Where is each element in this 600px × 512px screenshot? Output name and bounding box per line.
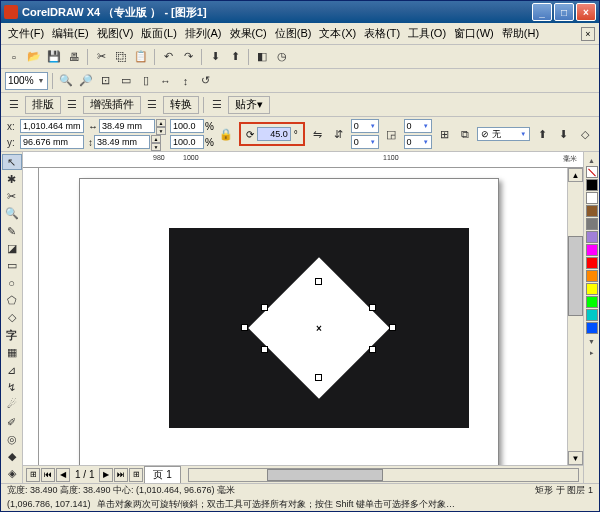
to-back-icon[interactable]: ⬇ xyxy=(555,125,572,143)
cut-icon[interactable]: ✂ xyxy=(92,48,110,66)
horizontal-ruler[interactable]: 980 1000 1100 毫米 xyxy=(23,152,583,168)
color-swatch[interactable] xyxy=(586,270,598,282)
import-icon[interactable]: ⬇ xyxy=(206,48,224,66)
minimize-button[interactable]: _ xyxy=(532,3,552,21)
palette-up-button[interactable]: ▲ xyxy=(586,155,598,165)
outline-tool[interactable]: ◎ xyxy=(2,431,22,447)
no-fill-swatch[interactable] xyxy=(586,166,598,178)
ellipse-tool[interactable]: ○ xyxy=(2,275,22,291)
zoom-width-icon[interactable]: ↔ xyxy=(157,72,175,90)
export-icon[interactable]: ⬆ xyxy=(226,48,244,66)
color-swatch[interactable] xyxy=(586,244,598,256)
dockers-icon[interactable]: ☰ xyxy=(5,96,23,114)
selection-handle[interactable] xyxy=(389,324,396,331)
save-icon[interactable]: 💾 xyxy=(45,48,63,66)
height-spinner[interactable]: ▲▼ xyxy=(151,135,161,149)
next-page-button[interactable]: ▶ xyxy=(99,468,113,482)
basic-shapes-tool[interactable]: ◇ xyxy=(2,310,22,326)
menu-window[interactable]: 窗口(W) xyxy=(450,24,498,43)
lock-ratio-icon[interactable]: 🔒 xyxy=(218,125,235,143)
canvas[interactable]: × xyxy=(39,168,567,465)
black-rectangle-object[interactable]: × xyxy=(169,228,469,428)
vscroll-thumb[interactable] xyxy=(568,236,583,317)
scale-x-input[interactable] xyxy=(170,119,204,133)
corner-icon[interactable]: ◲ xyxy=(383,125,400,143)
dockers-icon-2[interactable]: ☰ xyxy=(63,96,81,114)
text-tool[interactable]: 字 xyxy=(2,327,22,344)
selection-handle[interactable] xyxy=(315,278,322,285)
zoom-tool[interactable]: 🔍 xyxy=(2,206,22,222)
skew-y-input[interactable]: 0▼ xyxy=(351,135,379,149)
scale-y-input[interactable] xyxy=(170,135,204,149)
palette-down-button[interactable]: ▼ xyxy=(586,336,598,346)
to-front-icon[interactable]: ⬆ xyxy=(534,125,551,143)
add-page-after-button[interactable]: ⊞ xyxy=(129,468,143,482)
snap-button[interactable]: 贴齐 ▾ xyxy=(228,96,270,114)
color-swatch[interactable] xyxy=(586,296,598,308)
color-swatch[interactable] xyxy=(586,257,598,269)
round-corners-together-icon[interactable]: ⊞ xyxy=(436,125,453,143)
zoom-page-icon[interactable]: ▯ xyxy=(137,72,155,90)
menu-edit[interactable]: 编辑(E) xyxy=(48,24,93,43)
welcome-icon[interactable]: ◷ xyxy=(273,48,291,66)
y-position-input[interactable] xyxy=(20,135,84,149)
plugins-button[interactable]: 增强插件 xyxy=(83,96,141,114)
height-input[interactable] xyxy=(94,135,150,149)
app-launcher-icon[interactable]: ◧ xyxy=(253,48,271,66)
selection-handle[interactable] xyxy=(261,346,268,353)
selection-handle[interactable] xyxy=(241,324,248,331)
menu-text[interactable]: 文本(X) xyxy=(315,24,360,43)
zoom-height-icon[interactable]: ↕ xyxy=(177,72,195,90)
selection-handle[interactable] xyxy=(369,346,376,353)
color-swatch[interactable] xyxy=(586,179,598,191)
wrap-text-icon[interactable]: ⧉ xyxy=(457,125,474,143)
color-swatch[interactable] xyxy=(586,231,598,243)
color-swatch[interactable] xyxy=(586,192,598,204)
color-swatch[interactable] xyxy=(586,322,598,334)
menu-effects[interactable]: 效果(C) xyxy=(226,24,271,43)
zoom-selection-icon[interactable]: ⊡ xyxy=(97,72,115,90)
transform-button[interactable]: 转换 xyxy=(163,96,199,114)
menu-file[interactable]: 文件(F) xyxy=(4,24,48,43)
selection-handle[interactable] xyxy=(261,304,268,311)
dockers-icon-4[interactable]: ☰ xyxy=(208,96,226,114)
vertical-scrollbar[interactable]: ▲ ▼ xyxy=(567,168,583,465)
prev-page-button[interactable]: ◀ xyxy=(56,468,70,482)
menu-layout[interactable]: 版面(L) xyxy=(137,24,180,43)
undo-icon[interactable]: ↶ xyxy=(159,48,177,66)
selection-handle[interactable] xyxy=(369,304,376,311)
hscroll-thumb[interactable] xyxy=(267,469,384,481)
paste-icon[interactable]: 📋 xyxy=(132,48,150,66)
color-swatch[interactable] xyxy=(586,205,598,217)
freehand-tool[interactable]: ✎ xyxy=(2,223,22,239)
palette-flyout-button[interactable]: ▸ xyxy=(586,348,598,358)
fill-tool[interactable]: ◆ xyxy=(2,449,22,465)
redo-icon[interactable]: ↷ xyxy=(179,48,197,66)
crop-tool[interactable]: ✂ xyxy=(2,189,22,205)
open-icon[interactable]: 📂 xyxy=(25,48,43,66)
print-icon[interactable]: 🖶 xyxy=(65,48,83,66)
skew-x-input[interactable]: 0▼ xyxy=(351,119,379,133)
layout-button[interactable]: 排版 xyxy=(25,96,61,114)
menu-bitmap[interactable]: 位图(B) xyxy=(271,24,316,43)
color-swatch[interactable] xyxy=(586,309,598,321)
maximize-button[interactable]: □ xyxy=(554,3,574,21)
page-tab[interactable]: 页 1 xyxy=(144,466,180,484)
menu-table[interactable]: 表格(T) xyxy=(360,24,404,43)
width-spinner[interactable]: ▲▼ xyxy=(156,119,166,133)
outline-width-combo[interactable]: ⊘ 无 ▼ xyxy=(477,127,530,141)
table-tool[interactable]: ▦ xyxy=(2,345,22,361)
document-close-icon[interactable]: × xyxy=(581,27,595,41)
zoom-level-combo[interactable]: 100% ▼ xyxy=(5,72,48,90)
horizontal-scrollbar[interactable] xyxy=(188,468,579,482)
close-button[interactable]: × xyxy=(576,3,596,21)
zoom-previous-icon[interactable]: ↺ xyxy=(197,72,215,90)
scroll-down-button[interactable]: ▼ xyxy=(568,451,583,465)
color-swatch[interactable] xyxy=(586,283,598,295)
first-page-button[interactable]: ⏮ xyxy=(41,468,55,482)
new-icon[interactable]: ▫ xyxy=(5,48,23,66)
add-page-button[interactable]: ⊞ xyxy=(26,468,40,482)
rotation-input[interactable] xyxy=(257,127,291,141)
shape-tool[interactable]: ✱ xyxy=(2,171,22,187)
convert-curves-icon[interactable]: ◇ xyxy=(576,125,593,143)
